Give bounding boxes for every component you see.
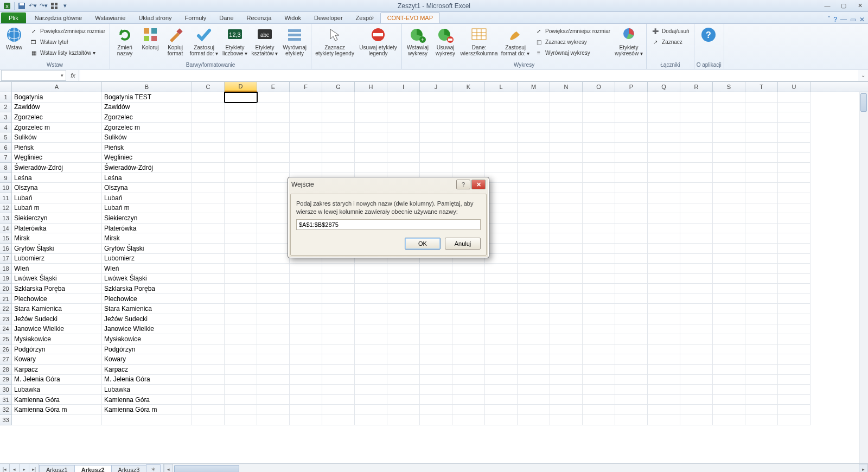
cell-O19[interactable] xyxy=(583,274,615,284)
sheet-nav-first[interactable]: |◂ xyxy=(0,464,10,472)
cell-J24[interactable] xyxy=(420,324,452,335)
cell-E6[interactable] xyxy=(257,143,290,153)
cell-R24[interactable] xyxy=(680,324,713,335)
cell-P32[interactable] xyxy=(615,405,648,415)
cell-K19[interactable] xyxy=(452,274,485,284)
cell-B18[interactable]: Wleń xyxy=(102,264,192,274)
cell-A15[interactable]: Mirsk xyxy=(12,233,102,244)
hscroll-left-icon[interactable]: ◂ xyxy=(164,464,173,472)
align-labels-button[interactable]: Wyrównaj etykiety xyxy=(280,25,309,58)
cell-E32[interactable] xyxy=(257,405,290,415)
cell-B5[interactable]: Sulików xyxy=(102,132,192,143)
cell-O26[interactable] xyxy=(583,345,615,355)
cell-U32[interactable] xyxy=(778,405,810,415)
row-26[interactable]: 26 xyxy=(0,345,12,355)
cell-K33[interactable] xyxy=(452,415,485,425)
cell-K21[interactable] xyxy=(452,294,485,304)
cell-H1[interactable] xyxy=(355,92,387,103)
row-29[interactable]: 29 xyxy=(0,375,12,385)
row-21[interactable]: 21 xyxy=(0,294,12,304)
cell-R13[interactable] xyxy=(680,213,713,224)
cell-N14[interactable] xyxy=(550,224,583,234)
cell-N27[interactable] xyxy=(550,354,583,365)
cell-B22[interactable]: Stara Kamienica xyxy=(102,304,192,314)
cell-J28[interactable] xyxy=(420,365,452,375)
cell-O10[interactable] xyxy=(583,183,615,193)
cell-T10[interactable] xyxy=(745,183,778,193)
cell-A1[interactable]: Bogatynia xyxy=(12,92,102,103)
cell-B20[interactable]: Szklarska Poręba xyxy=(102,284,192,294)
cell-D15[interactable] xyxy=(225,233,257,244)
cell-P13[interactable] xyxy=(615,213,648,224)
cell-H27[interactable] xyxy=(355,354,387,365)
cell-D7[interactable] xyxy=(225,153,257,163)
cell-K28[interactable] xyxy=(452,365,485,375)
cell-K2[interactable] xyxy=(452,103,485,113)
cell-P18[interactable] xyxy=(615,264,648,274)
cell-K23[interactable] xyxy=(452,314,485,324)
cell-U17[interactable] xyxy=(778,254,810,264)
cell-M16[interactable] xyxy=(518,244,550,254)
apply-chart-format-button[interactable]: Zastosuj format do: ▾ xyxy=(500,25,531,58)
cell-D10[interactable] xyxy=(225,183,257,193)
cell-I27[interactable] xyxy=(387,354,420,365)
cell-I6[interactable] xyxy=(387,143,420,153)
cell-U5[interactable] xyxy=(778,132,810,143)
tab-recenzja[interactable]: Recenzja xyxy=(240,12,278,23)
cell-Q31[interactable] xyxy=(648,395,680,405)
cell-E10[interactable] xyxy=(257,183,290,193)
cell-T28[interactable] xyxy=(745,365,778,375)
row-1[interactable]: 1 xyxy=(0,92,12,103)
cell-N10[interactable] xyxy=(550,183,583,193)
cell-F1[interactable] xyxy=(290,92,322,103)
cell-B11[interactable]: Lubań xyxy=(102,193,192,203)
cell-C30[interactable] xyxy=(192,385,225,395)
cell-G27[interactable] xyxy=(322,354,355,365)
cell-P33[interactable] xyxy=(615,415,648,425)
help-icon[interactable]: ? xyxy=(833,16,837,23)
cell-R17[interactable] xyxy=(680,254,713,264)
cell-I1[interactable] xyxy=(387,92,420,103)
cell-D19[interactable] xyxy=(225,274,257,284)
cell-U31[interactable] xyxy=(778,395,810,405)
cell-O32[interactable] xyxy=(583,405,615,415)
cell-T17[interactable] xyxy=(745,254,778,264)
row-25[interactable]: 25 xyxy=(0,334,12,345)
cell-P7[interactable] xyxy=(615,153,648,163)
cell-S10[interactable] xyxy=(713,183,745,193)
cell-L18[interactable] xyxy=(485,264,518,274)
cell-M9[interactable] xyxy=(518,173,550,183)
cell-R26[interactable] xyxy=(680,345,713,355)
sheet-tab-arkusz3[interactable]: Arkusz3 xyxy=(111,465,147,472)
select-all-corner[interactable] xyxy=(0,82,12,92)
cell-I24[interactable] xyxy=(387,324,420,335)
cell-H23[interactable] xyxy=(355,314,387,324)
remove-legend-labels-button[interactable]: Usuwaj etykiety legendy xyxy=(357,25,399,58)
cell-J4[interactable] xyxy=(420,123,452,133)
cell-E27[interactable] xyxy=(257,354,290,365)
shape-labels-button[interactable]: abcEtykiety kształtów ▾ xyxy=(250,25,279,58)
row-23[interactable]: 23 xyxy=(0,314,12,324)
cell-U9[interactable] xyxy=(778,173,810,183)
cell-T21[interactable] xyxy=(745,294,778,304)
cell-A28[interactable]: Karpacz xyxy=(12,365,102,375)
cell-A13[interactable]: Siekierczyn xyxy=(12,213,102,224)
cell-P17[interactable] xyxy=(615,254,648,264)
cell-P31[interactable] xyxy=(615,395,648,405)
cell-D6[interactable] xyxy=(225,143,257,153)
cell-K26[interactable] xyxy=(452,345,485,355)
cell-M5[interactable] xyxy=(518,132,550,143)
cell-C24[interactable] xyxy=(192,324,225,335)
cell-U4[interactable] xyxy=(778,123,810,133)
cell-H33[interactable] xyxy=(355,415,387,425)
cell-C20[interactable] xyxy=(192,284,225,294)
cell-A6[interactable]: Pieńsk xyxy=(12,143,102,153)
cell-I4[interactable] xyxy=(387,123,420,133)
cell-F8[interactable] xyxy=(290,163,322,173)
cell-G4[interactable] xyxy=(322,123,355,133)
cell-A19[interactable]: Lwówek Śląski xyxy=(12,274,102,284)
cell-B17[interactable]: Lubomierz xyxy=(102,254,192,264)
cell-R3[interactable] xyxy=(680,112,713,123)
cell-I3[interactable] xyxy=(387,112,420,123)
cell-U22[interactable] xyxy=(778,304,810,314)
